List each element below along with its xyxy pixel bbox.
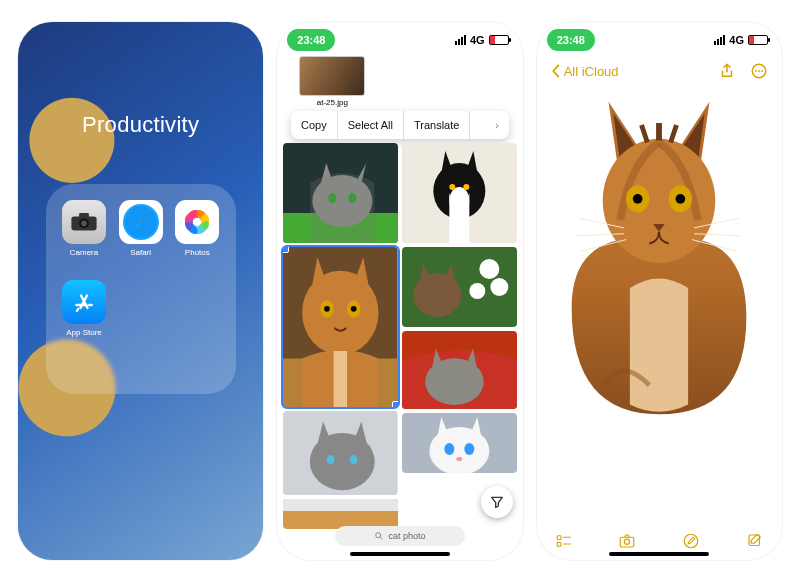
context-menu: Copy Select All Translate ›	[291, 111, 509, 139]
svg-line-60	[381, 537, 383, 539]
svg-point-44	[449, 187, 469, 215]
compose-icon[interactable]	[746, 532, 764, 550]
svg-point-38	[327, 455, 335, 465]
photo-tile[interactable]	[402, 413, 517, 473]
folder-title: Productivity	[82, 112, 199, 138]
app-camera[interactable]: Camera	[58, 200, 111, 274]
file-name: at-25.jpg	[299, 98, 365, 107]
svg-point-59	[376, 533, 381, 538]
svg-rect-41	[283, 499, 398, 511]
home-indicator[interactable]	[350, 552, 450, 556]
svg-point-3	[81, 221, 87, 227]
svg-point-50	[469, 283, 485, 299]
ctx-copy[interactable]: Copy	[291, 111, 338, 139]
status-bar: 23:48 4G	[537, 22, 782, 54]
signal-icon	[714, 35, 725, 45]
app-safari[interactable]: Safari	[114, 200, 167, 274]
svg-point-82	[684, 534, 698, 548]
svg-point-65	[603, 139, 716, 263]
ctx-translate[interactable]: Translate	[404, 111, 470, 139]
share-icon[interactable]	[718, 62, 736, 80]
app-label: Photos	[185, 248, 210, 257]
appstore-icon	[62, 280, 106, 324]
camera-icon	[62, 200, 106, 244]
svg-point-69	[676, 194, 686, 204]
svg-point-57	[464, 443, 474, 455]
app-appstore[interactable]: App Store	[58, 280, 111, 354]
chevron-left-icon	[551, 64, 560, 78]
checklist-icon[interactable]	[555, 532, 573, 550]
svg-point-63	[758, 70, 760, 72]
notes-nav: All iCloud	[537, 54, 782, 88]
network-label: 4G	[470, 34, 485, 46]
battery-icon	[489, 35, 509, 45]
svg-rect-1	[79, 213, 89, 218]
network-label: 4G	[729, 34, 744, 46]
svg-rect-78	[557, 543, 561, 547]
camera-icon[interactable]	[618, 532, 636, 550]
photo-tile[interactable]	[402, 143, 517, 243]
filter-button[interactable]	[481, 486, 513, 518]
svg-point-64	[761, 70, 763, 72]
svg-line-23	[77, 309, 78, 311]
safari-icon	[119, 200, 163, 244]
app-folder[interactable]: Camera Safari	[46, 184, 236, 394]
cat-cutout-image[interactable]	[549, 94, 769, 424]
pencil-circle-icon[interactable]	[682, 532, 700, 550]
svg-point-45	[449, 184, 455, 190]
app-photos[interactable]: Photos	[171, 200, 224, 274]
svg-point-49	[490, 278, 508, 296]
svg-point-58	[456, 457, 462, 461]
magnifier-icon	[374, 531, 384, 541]
svg-point-62	[755, 70, 757, 72]
home-screen: Productivity Camera Safari	[18, 22, 263, 560]
photo-tile[interactable]	[402, 331, 517, 409]
time-pill[interactable]: 23:48	[287, 29, 335, 51]
photo-tile-selected[interactable]	[283, 247, 398, 407]
status-bar: 23:48 4G	[277, 22, 522, 54]
app-label: App Store	[66, 328, 102, 337]
file-thumb-image	[299, 56, 365, 96]
photo-tile[interactable]	[283, 411, 398, 495]
app-label: Camera	[70, 248, 98, 257]
file-thumbnail[interactable]: at-25.jpg	[299, 56, 365, 107]
svg-point-39	[350, 455, 358, 465]
svg-point-81	[625, 539, 630, 544]
photos-icon	[175, 200, 219, 244]
search-text: cat photo	[388, 531, 425, 541]
svg-point-68	[633, 194, 643, 204]
svg-rect-76	[557, 536, 561, 540]
photo-tile[interactable]	[402, 247, 517, 327]
note-body[interactable]	[537, 88, 782, 522]
battery-icon	[748, 35, 768, 45]
ellipsis-circle-icon[interactable]	[750, 62, 768, 80]
time-pill[interactable]: 23:48	[547, 29, 595, 51]
photo-tile[interactable]	[283, 143, 398, 243]
ctx-select-all[interactable]: Select All	[338, 111, 404, 139]
funnel-icon	[489, 494, 505, 510]
back-label: All iCloud	[564, 64, 619, 79]
search-pill[interactable]: cat photo	[335, 526, 465, 546]
search-screen: 23:48 4G at-25.jpg Copy Select All Trans…	[277, 22, 522, 560]
svg-point-33	[324, 306, 330, 312]
svg-point-34	[351, 306, 357, 312]
app-label: Safari	[130, 248, 151, 257]
back-button[interactable]: All iCloud	[551, 64, 619, 79]
photo-tile[interactable]	[283, 499, 398, 529]
home-indicator[interactable]	[609, 552, 709, 556]
svg-point-48	[479, 259, 499, 279]
svg-point-46	[463, 184, 469, 190]
signal-icon	[455, 35, 466, 45]
ctx-more[interactable]: ›	[485, 111, 509, 139]
notes-screen: 23:48 4G All iCloud	[537, 22, 782, 560]
svg-point-56	[444, 443, 454, 455]
